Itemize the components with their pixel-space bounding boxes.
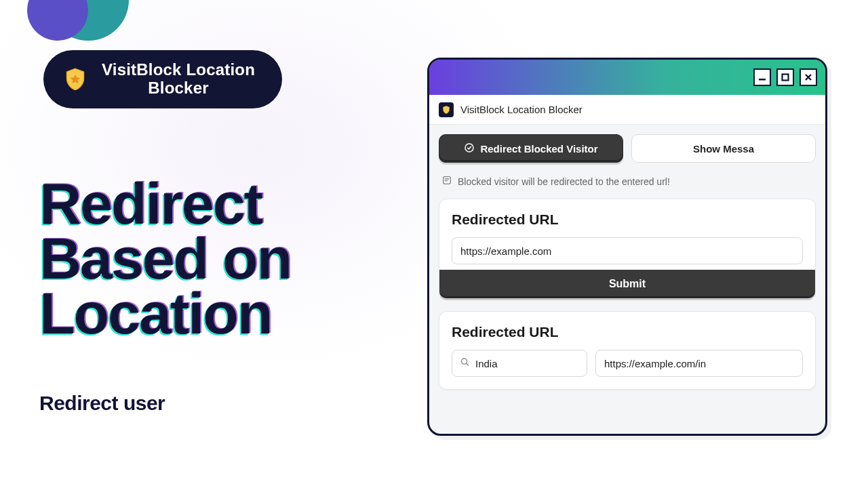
tab-show-message-label: Show Messa [693,143,754,155]
note-icon [441,175,452,188]
badge-title: VisitBlock Location Blocker [102,61,255,98]
svg-rect-0 [759,79,766,81]
hint-row: Blocked visitor will be redirected to th… [439,169,816,199]
badge-title-line1: VisitBlock Location [102,61,255,79]
hero-line3: Location [39,281,271,346]
country-search-input[interactable] [452,350,587,377]
window-titlebar [429,60,825,95]
close-button[interactable] [800,68,817,86]
tab-row: Redirect Blocked Visitor Show Messa [439,134,816,163]
check-circle-icon [464,142,475,155]
redirect-url-input[interactable] [452,237,803,264]
tab-redirect-blocked[interactable]: Redirect Blocked Visitor [439,134,623,163]
shield-icon [439,102,454,117]
badge-title-line2: Blocker [102,79,255,98]
submit-button[interactable]: Submit [439,270,815,298]
svg-point-2 [465,144,473,152]
country-search-wrap [452,350,587,377]
hint-text: Blocked visitor will be redirected to th… [458,176,670,187]
redirect-url-card: Redirected URL Submit [439,199,816,299]
hero-subhead: Redirect user [39,392,406,415]
tab-show-message[interactable]: Show Messa [631,134,816,163]
hero: Redirect Based on Location Redirect user [39,176,406,415]
app-badge: VisitBlock Location Blocker [43,50,282,108]
app-content: Redirect Blocked Visitor Show Messa Bloc… [429,125,825,390]
app-header: VisitBlock Location Blocker [429,95,825,125]
country-url-input[interactable] [595,350,803,377]
hero-heading: Redirect Based on Location [39,176,406,340]
app-window: VisitBlock Location Blocker Redirect Blo… [427,58,827,436]
app-title: VisitBlock Location Blocker [460,104,583,115]
card1-title: Redirected URL [452,211,803,228]
shield-icon [57,61,94,98]
svg-rect-1 [783,75,789,81]
tab-redirect-label: Redirect Blocked Visitor [480,143,597,155]
card2-title: Redirected URL [452,324,803,340]
minimize-button[interactable] [753,68,771,86]
maximize-button[interactable] [776,68,794,86]
country-redirect-card: Redirected URL [439,311,816,390]
search-icon [460,357,470,370]
